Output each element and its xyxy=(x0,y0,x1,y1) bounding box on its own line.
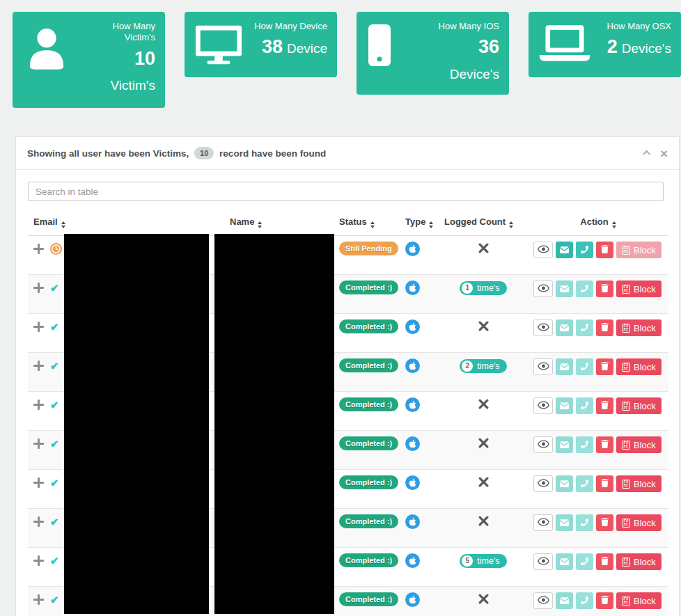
envelope-icon xyxy=(560,284,569,294)
search-input[interactable] xyxy=(28,182,664,201)
block-button-label: Block xyxy=(634,440,656,450)
expand-row-icon[interactable] xyxy=(33,439,44,449)
view-button[interactable] xyxy=(533,358,553,375)
expand-row-icon[interactable] xyxy=(33,244,44,254)
column-header-email[interactable]: Email xyxy=(28,210,224,236)
view-button[interactable] xyxy=(533,553,553,570)
column-label: Email xyxy=(33,216,58,227)
completed-check-icon: ✔ xyxy=(50,438,59,450)
send-mail-button[interactable] xyxy=(556,358,573,375)
ban-glyph-icon: F05C xyxy=(622,285,630,294)
stat-card-value: 2 xyxy=(607,36,618,57)
call-button[interactable] xyxy=(576,514,593,531)
column-label: Type xyxy=(405,216,425,227)
delete-button[interactable] xyxy=(596,475,613,492)
expand-row-icon[interactable] xyxy=(33,555,44,566)
view-button[interactable] xyxy=(533,281,553,297)
delete-button[interactable] xyxy=(596,319,613,336)
send-mail-button[interactable] xyxy=(556,514,573,531)
column-header-logged-count[interactable]: Logged Count xyxy=(439,210,528,236)
delete-button[interactable] xyxy=(596,397,613,414)
call-button[interactable] xyxy=(576,553,593,570)
delete-button[interactable] xyxy=(596,281,613,297)
block-button[interactable]: F05CBlock xyxy=(616,514,662,531)
send-mail-button[interactable] xyxy=(556,436,573,453)
block-button-label: Block xyxy=(634,362,656,372)
stat-card-unit: Device's xyxy=(393,66,499,83)
call-button[interactable] xyxy=(576,475,593,492)
block-button[interactable]: F05CBlock xyxy=(616,475,662,492)
column-header-action[interactable]: Action xyxy=(528,210,668,236)
call-button[interactable] xyxy=(576,319,593,336)
expand-row-icon[interactable] xyxy=(33,477,44,488)
view-button[interactable] xyxy=(533,319,553,336)
record-count-badge: 10 xyxy=(194,147,214,159)
close-panel-icon[interactable]: × xyxy=(660,147,668,160)
block-button[interactable]: F05CBlock xyxy=(616,242,662,258)
completed-check-icon: ✔ xyxy=(50,594,59,606)
expand-row-icon[interactable] xyxy=(33,516,44,527)
view-button[interactable] xyxy=(533,397,553,414)
column-header-status[interactable]: Status xyxy=(334,210,400,236)
view-button[interactable] xyxy=(533,475,553,492)
block-button[interactable]: F05CBlock xyxy=(616,397,662,414)
stat-card-text: How Many IOS36Device's xyxy=(393,21,499,83)
ban-glyph-icon: F05C xyxy=(622,402,630,411)
eye-icon xyxy=(538,284,549,294)
block-button[interactable]: F05CBlock xyxy=(616,281,662,297)
view-button[interactable] xyxy=(533,514,553,531)
expand-row-icon[interactable] xyxy=(33,283,44,293)
send-mail-button[interactable] xyxy=(556,397,573,414)
block-button[interactable]: F05CBlock xyxy=(616,553,662,570)
stat-card: How Many Victim's10Victim's xyxy=(13,12,165,108)
column-header-name[interactable]: Name xyxy=(224,210,334,236)
send-mail-button[interactable] xyxy=(556,319,573,336)
expand-row-icon[interactable] xyxy=(33,322,44,332)
column-label: Logged Count xyxy=(444,216,506,227)
block-button[interactable]: F05CBlock xyxy=(616,436,662,453)
expand-row-icon[interactable] xyxy=(33,594,44,605)
phone-icon xyxy=(581,323,588,333)
stat-card-value: 38 xyxy=(262,36,283,57)
column-header-type[interactable]: Type xyxy=(400,210,439,236)
call-button[interactable] xyxy=(576,592,593,609)
send-mail-button[interactable] xyxy=(556,281,573,297)
delete-button[interactable] xyxy=(596,242,613,258)
block-button[interactable]: F05CBlock xyxy=(616,319,662,336)
view-button[interactable] xyxy=(533,436,553,453)
stat-card-text: How Many Victim's10Victim's xyxy=(71,21,155,94)
delete-button[interactable] xyxy=(596,436,613,453)
call-button[interactable] xyxy=(576,436,593,453)
delete-button[interactable] xyxy=(596,514,613,531)
collapse-panel-icon[interactable] xyxy=(643,150,650,158)
expand-row-icon[interactable] xyxy=(33,400,44,410)
block-button[interactable]: F05CBlock xyxy=(616,358,662,375)
view-button[interactable] xyxy=(533,592,553,609)
send-mail-button[interactable] xyxy=(556,475,573,492)
send-mail-button[interactable] xyxy=(556,592,573,609)
sort-icon xyxy=(258,221,262,228)
delete-button[interactable] xyxy=(596,592,613,609)
call-button[interactable] xyxy=(576,397,593,414)
trash-icon xyxy=(601,557,609,567)
eye-icon xyxy=(538,401,549,411)
block-button[interactable]: F05CBlock xyxy=(616,592,662,609)
phone-icon xyxy=(581,518,588,528)
trash-icon xyxy=(601,440,609,450)
stat-cards: How Many Victim's10Victim'sHow Many Devi… xyxy=(13,12,681,108)
delete-button[interactable] xyxy=(596,358,613,375)
envelope-icon xyxy=(560,362,569,372)
send-mail-button[interactable] xyxy=(556,242,573,258)
call-button[interactable] xyxy=(576,242,593,258)
trash-icon xyxy=(601,518,609,528)
redacted-email-column xyxy=(64,234,209,614)
delete-button[interactable] xyxy=(596,553,613,570)
view-button[interactable] xyxy=(533,242,553,258)
status-badge: Completed :) xyxy=(339,319,398,333)
user-icon xyxy=(22,24,71,75)
expand-row-icon[interactable] xyxy=(33,361,44,371)
call-button[interactable] xyxy=(576,358,593,375)
send-mail-button[interactable] xyxy=(556,553,573,570)
call-button[interactable] xyxy=(576,281,593,297)
x-mark-icon xyxy=(478,438,489,451)
